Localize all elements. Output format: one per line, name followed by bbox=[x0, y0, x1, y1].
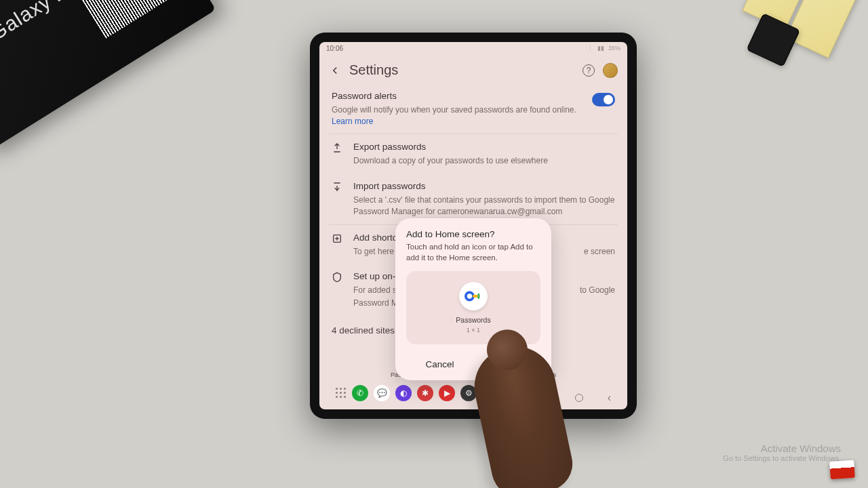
import-icon bbox=[332, 182, 344, 195]
status-time: 10:06 bbox=[326, 45, 343, 52]
import-passwords-row[interactable]: Import passwords Select a '.csv' file th… bbox=[329, 174, 618, 224]
import-sub: Select a '.csv' file that contains your … bbox=[353, 195, 615, 218]
svg-point-1 bbox=[466, 292, 473, 300]
status-right: ⋮ ▮▮ 35% bbox=[587, 45, 620, 52]
shield-icon bbox=[332, 272, 344, 285]
export-passwords-row[interactable]: Export passwords Download a copy of your… bbox=[329, 134, 618, 174]
password-manager-icon bbox=[459, 282, 488, 310]
modal-title: Add to Home screen? bbox=[406, 229, 540, 239]
back-button[interactable]: ‹ bbox=[608, 392, 611, 404]
wifi-icon: ⋮ bbox=[587, 45, 593, 52]
cancel-button[interactable]: Cancel bbox=[406, 350, 473, 380]
back-arrow-icon[interactable] bbox=[329, 64, 341, 77]
app-phone[interactable]: ✆ bbox=[352, 385, 368, 401]
modal-icon-preview[interactable]: Passwords 1 × 1 bbox=[406, 271, 540, 344]
wood-blocks-prop bbox=[728, 0, 868, 110]
import-title: Import passwords bbox=[353, 180, 615, 193]
signal-icon: ▮▮ bbox=[597, 45, 604, 52]
export-sub: Download a copy of your passwords to use… bbox=[353, 155, 615, 167]
export-title: Export passwords bbox=[353, 141, 615, 154]
status-bar: 10:06 ⋮ ▮▮ 35% bbox=[319, 42, 627, 54]
export-icon bbox=[332, 142, 344, 156]
app-drawer-icon[interactable] bbox=[336, 388, 347, 399]
alerts-toggle[interactable] bbox=[592, 93, 615, 106]
app-youtube[interactable]: ▶ bbox=[439, 385, 455, 401]
svg-rect-2 bbox=[473, 295, 477, 298]
modal-body: Touch and hold an icon or tap Add to add… bbox=[406, 242, 540, 263]
desk-surface: 10:06 ⋮ ▮▮ 35% Settings ? bbox=[0, 0, 868, 488]
app-messages[interactable]: 💬 bbox=[374, 385, 390, 401]
alerts-title: Password alerts bbox=[332, 90, 583, 103]
corner-badge bbox=[829, 460, 855, 479]
home-button[interactable] bbox=[575, 394, 583, 402]
password-alerts-row[interactable]: Password alerts Google will notify you w… bbox=[329, 83, 618, 134]
phone-device: 10:06 ⋮ ▮▮ 35% Settings ? bbox=[310, 33, 637, 419]
avatar[interactable] bbox=[603, 63, 618, 78]
settings-header: Settings ? bbox=[319, 54, 627, 83]
help-icon[interactable]: ? bbox=[583, 64, 595, 77]
modal-icon-label: Passwords bbox=[456, 316, 490, 324]
activate-windows-hint: Activate Windows Go to Settings to activ… bbox=[723, 443, 841, 462]
shortcut-icon bbox=[332, 233, 344, 247]
modal-icon-size: 1 × 1 bbox=[467, 327, 480, 333]
learn-more-link[interactable]: Learn more bbox=[332, 117, 373, 126]
battery-text: 35% bbox=[608, 45, 620, 52]
app-samsung-internet[interactable]: ◐ bbox=[395, 385, 412, 401]
alerts-body: Google will notify you when your saved p… bbox=[332, 104, 583, 127]
phone-screen: 10:06 ⋮ ▮▮ 35% Settings ? bbox=[319, 42, 627, 409]
app-settings-alt[interactable]: ✱ bbox=[417, 385, 433, 401]
svg-rect-3 bbox=[478, 293, 480, 298]
page-title: Settings bbox=[349, 62, 574, 78]
galaxy-fold-box-prop bbox=[0, 0, 216, 153]
